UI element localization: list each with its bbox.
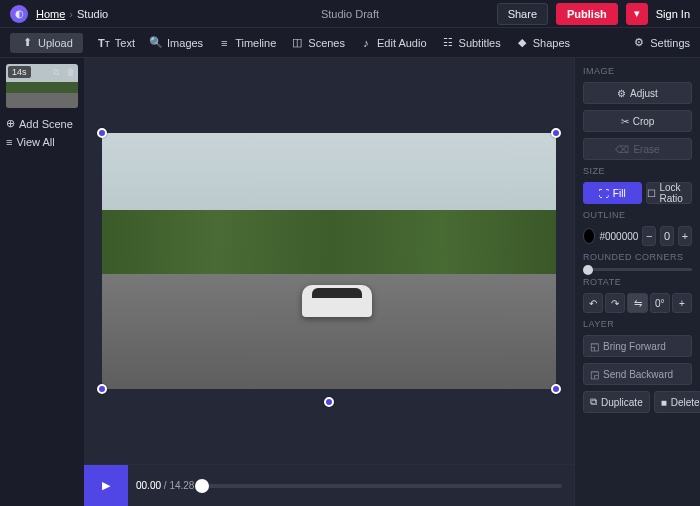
list-icon: ≡ bbox=[6, 136, 12, 148]
upload-icon: ⬆ bbox=[20, 36, 34, 50]
shapes-tool-button[interactable]: ◆Shapes bbox=[515, 36, 570, 50]
rotate-ccw-button[interactable]: ↶ bbox=[583, 293, 603, 313]
view-all-button[interactable]: ≡View All bbox=[6, 133, 78, 151]
player-bar: ▶ 00.00 / 14.28 bbox=[84, 464, 574, 506]
send-backward-button[interactable]: ◲Send Backward bbox=[583, 363, 692, 385]
upload-button[interactable]: ⬆Upload bbox=[10, 33, 83, 53]
crop-button[interactable]: ✂Crop bbox=[583, 110, 692, 132]
lock-ratio-button[interactable]: ☐Lock Ratio bbox=[646, 182, 693, 204]
breadcrumb: Home › Studio bbox=[36, 8, 108, 20]
text-icon: Tт bbox=[97, 36, 111, 50]
subtitles-icon: ☷ bbox=[441, 36, 455, 50]
trash-icon: ■ bbox=[661, 397, 667, 408]
adjust-button[interactable]: ⚙Adjust bbox=[583, 82, 692, 104]
toolbar: ⬆Upload TтText 🔍Images ≡Timeline ◫Scenes… bbox=[0, 28, 700, 58]
add-scene-button[interactable]: ⊕Add Scene bbox=[6, 114, 78, 133]
image-section-label: IMAGE bbox=[583, 66, 692, 76]
timeline-tool-button[interactable]: ≡Timeline bbox=[217, 36, 276, 50]
trash-icon[interactable]: 🗑 bbox=[64, 66, 76, 78]
size-section-label: SIZE bbox=[583, 166, 692, 176]
resize-handle-br[interactable] bbox=[551, 384, 561, 394]
rounded-corners-slider[interactable] bbox=[583, 268, 692, 271]
publish-dropdown-button[interactable]: ▾ bbox=[626, 3, 648, 25]
outline-hex-value[interactable]: #000000 bbox=[599, 231, 638, 242]
outline-section-label: OUTLINE bbox=[583, 210, 692, 220]
rotate-handle[interactable] bbox=[324, 397, 334, 407]
seek-knob[interactable] bbox=[195, 479, 209, 493]
publish-button[interactable]: Publish bbox=[556, 3, 618, 25]
sign-in-link[interactable]: Sign In bbox=[656, 8, 690, 20]
rotate-section-label: ROTATE bbox=[583, 277, 692, 287]
time-display: 00.00 / 14.28 bbox=[136, 480, 194, 491]
selected-image[interactable] bbox=[102, 133, 556, 389]
slider-knob[interactable] bbox=[583, 265, 593, 275]
bring-forward-button[interactable]: ◱Bring Forward bbox=[583, 335, 692, 357]
scenes-icon: ◫ bbox=[290, 36, 304, 50]
text-tool-button[interactable]: TтText bbox=[97, 36, 135, 50]
scene-thumbnail[interactable]: 14s ⧉ 🗑 bbox=[6, 64, 78, 108]
rotate-add-button[interactable]: + bbox=[672, 293, 692, 313]
outline-value[interactable]: 0 bbox=[660, 226, 674, 246]
outline-decrement[interactable]: − bbox=[642, 226, 656, 246]
settings-button[interactable]: ⚙Settings bbox=[632, 36, 690, 50]
images-tool-button[interactable]: 🔍Images bbox=[149, 36, 203, 50]
share-button[interactable]: Share bbox=[497, 3, 548, 25]
document-title[interactable]: Studio Draft bbox=[321, 8, 379, 20]
canvas-area: ▶ 00.00 / 14.28 bbox=[84, 58, 574, 506]
eraser-icon: ⌫ bbox=[615, 144, 629, 155]
layer-section-label: LAYER bbox=[583, 319, 692, 329]
copy-icon[interactable]: ⧉ bbox=[50, 66, 62, 78]
rotate-cw-button[interactable]: ↷ bbox=[605, 293, 625, 313]
copy-icon: ⧉ bbox=[590, 396, 597, 408]
rounded-corners-label: ROUNDED CORNERS bbox=[583, 252, 692, 262]
flip-button[interactable]: ⇋ bbox=[627, 293, 647, 313]
subtitles-tool-button[interactable]: ☷Subtitles bbox=[441, 36, 501, 50]
outline-color-swatch[interactable] bbox=[583, 228, 595, 244]
duplicate-button[interactable]: ⧉Duplicate bbox=[583, 391, 650, 413]
expand-icon: ⛶ bbox=[599, 188, 609, 199]
top-bar: ◐ Home › Studio Studio Draft Share Publi… bbox=[0, 0, 700, 28]
timeline-icon: ≡ bbox=[217, 36, 231, 50]
outline-increment[interactable]: + bbox=[678, 226, 692, 246]
gear-icon: ⚙ bbox=[632, 36, 646, 50]
fill-button[interactable]: ⛶Fill bbox=[583, 182, 642, 204]
properties-panel: IMAGE ⚙Adjust ✂Crop ⌫Erase SIZE ⛶Fill ☐L… bbox=[574, 58, 700, 506]
app-logo[interactable]: ◐ bbox=[10, 5, 28, 23]
audio-icon: ♪ bbox=[359, 36, 373, 50]
breadcrumb-current: Studio bbox=[77, 8, 108, 20]
thumbnail-duration-badge: 14s bbox=[8, 66, 31, 78]
crop-icon: ✂ bbox=[621, 116, 629, 127]
shapes-icon: ◆ bbox=[515, 36, 529, 50]
edit-audio-tool-button[interactable]: ♪Edit Audio bbox=[359, 36, 427, 50]
scenes-tool-button[interactable]: ◫Scenes bbox=[290, 36, 345, 50]
layer-down-icon: ◲ bbox=[590, 369, 599, 380]
delete-button[interactable]: ■Delete bbox=[654, 391, 700, 413]
search-icon: 🔍 bbox=[149, 36, 163, 50]
breadcrumb-separator: › bbox=[69, 8, 73, 20]
plus-circle-icon: ⊕ bbox=[6, 117, 15, 130]
resize-handle-tr[interactable] bbox=[551, 128, 561, 138]
sliders-icon: ⚙ bbox=[617, 88, 626, 99]
layer-up-icon: ◱ bbox=[590, 341, 599, 352]
erase-button[interactable]: ⌫Erase bbox=[583, 138, 692, 160]
breadcrumb-home-link[interactable]: Home bbox=[36, 8, 65, 20]
lock-icon: ☐ bbox=[647, 188, 656, 199]
resize-handle-tl[interactable] bbox=[97, 128, 107, 138]
resize-handle-bl[interactable] bbox=[97, 384, 107, 394]
play-button[interactable]: ▶ bbox=[84, 465, 128, 506]
left-sidebar: 14s ⧉ 🗑 ⊕Add Scene ≡View All bbox=[0, 58, 84, 506]
rotate-angle-button[interactable]: 0° bbox=[650, 293, 670, 313]
seek-bar[interactable] bbox=[202, 484, 562, 488]
